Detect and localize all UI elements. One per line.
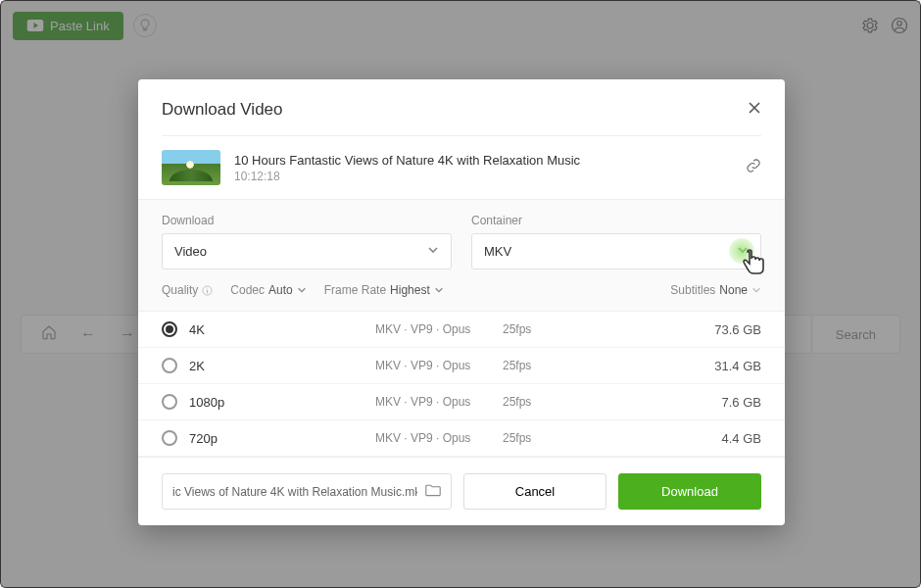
quality-option[interactable]: 2KMKV · VP9 · Opus25fps31.4 GB	[138, 348, 785, 384]
chevron-down-icon	[427, 244, 439, 259]
quality-codec: MKV · VP9 · Opus	[375, 359, 503, 372]
video-info-row: 10 Hours Fantastic Views of Nature 4K wi…	[138, 136, 785, 199]
quality-codec: MKV · VP9 · Opus	[375, 431, 503, 445]
close-icon	[748, 101, 761, 115]
quality-size: 7.6 GB	[722, 395, 761, 410]
quality-size: 31.4 GB	[714, 359, 761, 373]
video-thumbnail	[162, 150, 220, 185]
download-video-modal: Download Video 10 Hours Fantastic Views …	[138, 79, 785, 525]
quality-fps: 25fps	[503, 431, 601, 445]
quality-option[interactable]: 4KMKV · VP9 · Opus25fps73.6 GB	[138, 312, 785, 348]
quality-filter: Quality	[162, 283, 213, 297]
quality-option[interactable]: 1080pMKV · VP9 · Opus25fps7.6 GB	[138, 384, 785, 420]
video-duration: 10:12:18	[234, 170, 580, 183]
copy-link-button[interactable]	[746, 158, 761, 177]
quality-name: 1080p	[189, 395, 375, 410]
filename-field[interactable]: ic Views of Nature 4K with Relaxation Mu…	[162, 473, 452, 510]
quality-name: 720p	[189, 431, 375, 446]
download-button[interactable]: Download	[618, 473, 761, 510]
quality-codec: MKV · VP9 · Opus	[375, 395, 503, 409]
quality-size: 73.6 GB	[714, 322, 761, 337]
chevron-down-icon	[297, 285, 307, 295]
download-type-select[interactable]: Video	[162, 233, 452, 270]
modal-title: Download Video	[162, 100, 283, 120]
quality-codec: MKV · VP9 · Opus	[375, 322, 503, 336]
cancel-button[interactable]: Cancel	[463, 473, 606, 510]
chevron-down-icon	[434, 285, 444, 295]
quality-name: 4K	[189, 322, 375, 337]
container-select[interactable]: MKV	[471, 233, 761, 270]
quality-name: 2K	[189, 359, 375, 373]
download-type-label: Download	[162, 214, 452, 227]
quality-fps: 25fps	[503, 395, 601, 409]
codec-filter[interactable]: Codec Auto	[230, 283, 306, 297]
subtitles-filter[interactable]: Subtitles None	[670, 283, 761, 297]
radio-icon	[162, 358, 177, 373]
click-ripple	[729, 238, 754, 264]
close-button[interactable]	[748, 99, 761, 120]
link-icon	[746, 158, 761, 173]
quality-fps: 25fps	[503, 322, 601, 336]
framerate-filter[interactable]: Frame Rate Highest	[324, 283, 444, 297]
radio-icon	[162, 430, 177, 446]
quality-option[interactable]: 720pMKV · VP9 · Opus25fps4.4 GB	[138, 420, 785, 457]
quality-fps: 25fps	[503, 359, 601, 372]
chevron-down-icon	[751, 285, 761, 295]
container-label: Container	[471, 214, 761, 227]
folder-button[interactable]	[425, 483, 441, 500]
radio-icon	[162, 321, 177, 337]
quality-list: 4KMKV · VP9 · Opus25fps73.6 GB2KMKV · VP…	[138, 311, 785, 457]
quality-size: 4.4 GB	[722, 431, 761, 446]
folder-icon	[425, 483, 441, 497]
radio-icon	[162, 394, 177, 410]
video-title: 10 Hours Fantastic Views of Nature 4K wi…	[234, 153, 580, 168]
info-icon[interactable]	[202, 285, 213, 296]
